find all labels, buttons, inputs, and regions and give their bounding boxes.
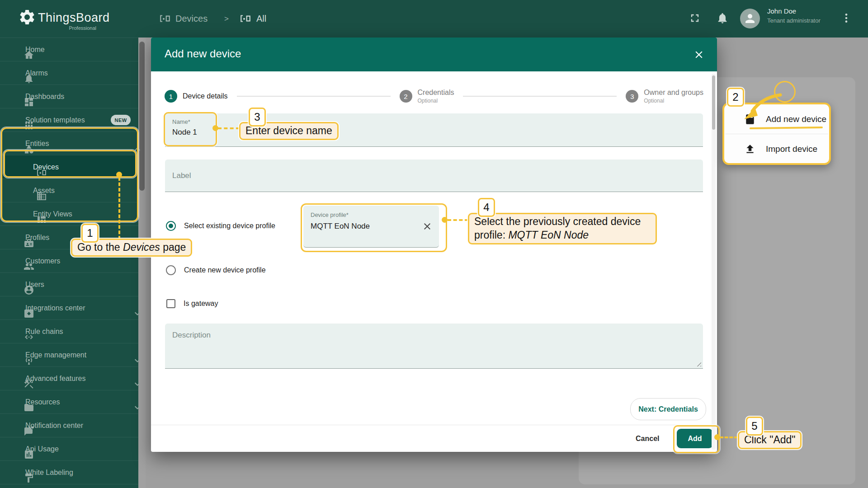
sidebar-item-rule-chains[interactable]: Rule chains (0, 319, 138, 343)
sidebar-item-notification-center[interactable]: Notification center (0, 413, 138, 437)
checkbox-icon[interactable] (166, 299, 175, 308)
user-role: Tenant administrator (767, 17, 821, 24)
sidebar-item-api-usage[interactable]: Api Usage (0, 437, 138, 460)
breadcrumb-devices-icon (159, 13, 171, 24)
add-button[interactable]: Add (677, 429, 713, 448)
brand-edition: Professional (0, 25, 96, 31)
more-vert-icon[interactable] (840, 12, 853, 24)
description-field[interactable]: Description (165, 324, 703, 369)
next-credentials-button[interactable]: Next: Credentials (630, 398, 706, 420)
dialog-title: Add new device (165, 47, 241, 60)
clear-icon[interactable] (422, 221, 433, 232)
sidebar-item-advanced-features[interactable]: Advanced features (0, 366, 138, 390)
connector-dot (116, 172, 122, 178)
curved-arrow (737, 89, 789, 126)
fullscreen-icon[interactable] (689, 12, 701, 24)
sidebar-item-entity-views[interactable]: Entity Views (0, 202, 138, 225)
step-1-label: Device details (183, 92, 228, 100)
description-placeholder: Description (172, 331, 211, 339)
breadcrumb-current[interactable]: All (256, 14, 266, 24)
sidebar-item-solution-templates[interactable]: Solution templatesNEW (0, 108, 138, 131)
annotation-callout-4: Select the previously created device pro… (468, 213, 657, 244)
user-name: John Doe (767, 7, 796, 15)
device-profile-label: Device profile* (311, 211, 432, 218)
upload-icon (734, 143, 756, 155)
step-3-circle: 3 (626, 90, 638, 103)
footer-divider (151, 425, 717, 425)
app-window: Items per page: 10 1 – 0 of 0 ThingsBoar… (0, 0, 868, 488)
connector-line-1 (118, 177, 120, 239)
menu-item-import-device[interactable]: Import device (724, 134, 829, 164)
brand-name: ThingsBoard (38, 11, 110, 25)
connector-dot (714, 434, 720, 440)
sidebar-item-settings[interactable]: Settings (0, 484, 138, 488)
create-new-profile-option[interactable]: Create new device profile (166, 265, 266, 275)
sidebar-item-alarms[interactable]: Alarms (0, 61, 138, 84)
create-new-profile-label: Create new device profile (184, 266, 266, 274)
breadcrumb-separator: > (224, 14, 229, 23)
sidebar-item-integrations-center[interactable]: Integrations center (0, 296, 138, 319)
add-device-dialog: Add new device 1 Device details 2 Creden… (151, 38, 717, 452)
breadcrumb-all-icon (240, 13, 251, 24)
annotation-badge-4: 4 (478, 198, 495, 217)
connector-dot (212, 125, 218, 131)
step-3-label: Owner and groupsOptional (644, 89, 703, 104)
avatar[interactable] (740, 9, 760, 28)
cancel-button[interactable]: Cancel (629, 431, 665, 447)
annotation-badge-1: 1 (81, 224, 99, 243)
connector-line-4 (448, 219, 468, 221)
radio-selected-icon[interactable] (166, 221, 176, 231)
sidebar-item-assets[interactable]: Assets (0, 178, 138, 202)
sidebar-item-white-labeling[interactable]: White Labeling (0, 460, 138, 484)
dialog-stepper: 1 Device details 2 CredentialsOptional 3… (165, 83, 703, 110)
annotation-badge-5: 5 (746, 417, 763, 436)
sidebar-nav: Home Alarms Dashboards Solution template… (0, 38, 138, 488)
step-1-circle: 1 (165, 90, 177, 103)
topbar: Devices > All John Doe Tenant administra… (138, 0, 868, 38)
dialog-scrollbar-thumb[interactable] (712, 75, 715, 130)
annotation-badge-3: 3 (249, 108, 266, 127)
new-badge: NEW (111, 115, 131, 125)
sidebar-item-resources[interactable]: Resources (0, 390, 138, 413)
label-field-placeholder: Label (172, 171, 191, 180)
breadcrumb-devices[interactable]: Devices (175, 14, 208, 24)
annotation-badge-2: 2 (727, 88, 744, 107)
notifications-bell-icon[interactable] (716, 12, 729, 24)
thingsboard-logo[interactable]: ThingsBoard Professional (0, 0, 138, 38)
dialog-header: Add new device (151, 38, 717, 71)
dialog-scrollbar-track[interactable] (712, 74, 716, 450)
is-gateway-option[interactable]: Is gateway (166, 299, 218, 308)
yellow-underline-marker (750, 127, 823, 129)
thingsboard-logo-icon (18, 7, 36, 27)
device-profile-field[interactable]: Device profile* MQTT EoN Node (303, 206, 439, 248)
close-icon[interactable] (690, 46, 708, 64)
sidebar-item-edge-management[interactable]: Edge management (0, 343, 138, 366)
sidebar-item-home[interactable]: Home (0, 38, 138, 61)
connector-dot (442, 217, 448, 223)
sidebar-item-entities[interactable]: Entities (0, 131, 138, 155)
select-existing-profile-option[interactable]: Select existing device profile (166, 221, 275, 231)
select-existing-profile-label: Select existing device profile (184, 222, 275, 230)
radio-unselected-icon[interactable] (166, 265, 176, 275)
step-2-label: CredentialsOptional (418, 89, 454, 104)
connector-line-3 (218, 127, 240, 129)
label-field[interactable]: Label (165, 160, 703, 192)
connector-line-5 (720, 436, 738, 438)
resize-handle[interactable] (696, 361, 701, 366)
device-profile-value: MQTT EoN Node (311, 222, 432, 231)
is-gateway-label: Is gateway (184, 300, 218, 308)
sidebar-item-dashboards[interactable]: Dashboards (0, 84, 138, 108)
sidebar-item-users[interactable]: Users (0, 272, 138, 296)
step-2-circle: 2 (400, 90, 412, 103)
